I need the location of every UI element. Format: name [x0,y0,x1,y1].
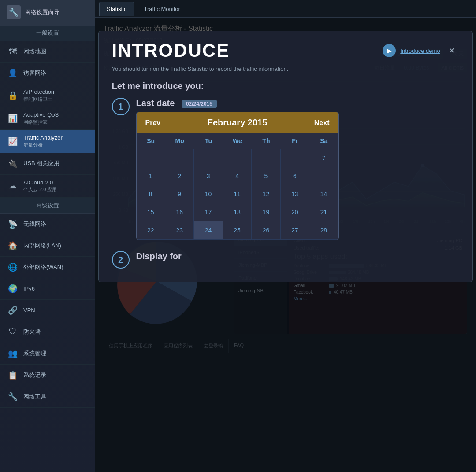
cal-day-3[interactable]: 3 [194,167,223,185]
sidebar-item-adaptive-qos[interactable]: 📊 Adaptive QoS 网络监控家 [0,107,95,130]
cal-day-14[interactable]: 14 [309,185,338,203]
sidebar-item-nettool[interactable]: 🔧 网络工具 [0,386,95,408]
sidebar-item-sysadmin[interactable]: 👥 系统管理 [0,343,95,365]
cal-day-empty-4 [252,149,280,167]
cal-day-19[interactable]: 19 [252,203,280,221]
cal-day-16[interactable]: 16 [165,203,194,221]
tab-bar: Statistic Traffic Monitor [95,0,476,18]
cal-day-23[interactable]: 23 [165,221,194,240]
sidebar-item-lan[interactable]: 🏠 内部网络(LAN) [0,235,95,257]
cal-day-27[interactable]: 27 [281,221,309,240]
general-settings-label: 一般设置 [0,25,95,41]
sidebar-item-sysadmin-label: 系统管理 [23,350,46,358]
sidebar-item-usb-apps[interactable]: 🔌 USB 相关应用 [0,153,95,175]
cal-day-28[interactable]: 28 [309,221,338,240]
sidebar-item-wireless[interactable]: 📡 无线网络 [0,214,95,235]
firewall-icon: 🛡 [7,326,19,338]
cal-day-empty-2 [194,149,223,167]
cal-day-17[interactable]: 17 [194,203,223,221]
sidebar-item-aicloud[interactable]: ☁ AiCloud 2.0 个人云 2.0 应用 [0,175,95,198]
sidebar-item-vpn[interactable]: 🔗 VPN [0,300,95,321]
cal-day-24[interactable]: 24 [194,221,223,240]
step-1-title: Last date 02/24/2015 [136,98,459,108]
cal-day-26[interactable]: 26 [252,221,280,240]
sidebar-item-nettool-label: 网络工具 [23,393,46,401]
let-me-text: Let me introduce you: [112,81,459,91]
sidebar-item-traffic-analyzer[interactable]: 📈 Traffic Analyzer 流量分析 [0,130,95,153]
ipv6-icon: 🌍 [7,283,19,295]
main-content: Statistic Traffic Monitor Traffic Analyz… [95,0,476,472]
overlay: INTRODUCE ▶ Introduce demo × You should … [95,18,476,472]
sidebar: 🔧 网络设置向导 一般设置 🗺 网络地图 👤 访客网络 🔒 AiProtecti… [0,0,95,472]
cal-day-7[interactable]: 7 [309,149,338,167]
cal-day-empty-0 [137,149,165,167]
sidebar-item-network-map[interactable]: 🗺 网络地图 [0,41,95,63]
sidebar-item-usb-label: USB 相关应用 [23,160,60,166]
calendar: Prev February 2015 Next Su Mo Tu We Th [136,112,339,240]
sidebar-item-wan-label: 外部网络(WAN) [23,263,63,271]
step-1-date-badge[interactable]: 02/24/2015 [182,100,217,108]
traffic-analyzer-icon: 📈 [7,135,19,148]
sidebar-item-guest-network[interactable]: 👤 访客网络 [0,63,95,84]
sidebar-header[interactable]: 🔧 网络设置向导 [0,0,95,25]
sidebar-item-wireless-label: 无线网络 [23,220,46,228]
sidebar-item-syslog-label: 系统记录 [23,371,46,379]
cal-day-15[interactable]: 15 [137,203,165,221]
sidebar-item-vpn-label: VPN [23,307,35,313]
cal-day-9[interactable]: 9 [165,185,194,203]
step-2-content: Display for [136,251,459,265]
sysadmin-icon: 👥 [7,347,19,360]
sidebar-item-guest-label: 访客网络 [23,70,46,76]
calendar-month-year: February 2015 [208,118,268,128]
calendar-header: Prev February 2015 Next [137,112,338,133]
cal-day-4[interactable]: 4 [223,167,252,185]
close-button[interactable]: × [445,43,459,59]
cal-day-empty-3 [223,149,252,167]
calendar-grid: Su Mo Tu We Th Fr Sa [137,133,338,240]
cal-day-1[interactable]: 1 [137,167,165,185]
play-button[interactable]: ▶ [383,44,396,57]
sidebar-item-qos-sub: 网络监控家 [23,119,59,125]
intro-right: ▶ Introduce demo × [383,43,459,59]
cal-header-su: Su [137,133,165,149]
sidebar-item-aicloud-label: AiCloud 2.0 [23,179,57,187]
sidebar-item-network-map-label: 网络地图 [23,48,46,55]
sidebar-item-firewall[interactable]: 🛡 防火墙 [0,321,95,343]
calendar-prev-button[interactable]: Prev [145,119,161,127]
sidebar-item-syslog[interactable]: 📋 系统记录 [0,365,95,386]
cal-day-13[interactable]: 13 [281,185,309,203]
cal-day-6[interactable]: 6 [281,167,309,185]
sidebar-item-firewall-label: 防火墙 [23,328,41,336]
content-area: Traffic Analyzer 流量分析 - Statistic 统计最终日:… [95,18,476,472]
sidebar-item-ipv6-label: IPv6 [23,285,35,292]
cal-day-22[interactable]: 22 [137,221,165,240]
sidebar-item-ipv6[interactable]: 🌍 IPv6 [0,278,95,300]
sidebar-item-aiprotection[interactable]: 🔒 AiProtection 智能网络卫士 [0,84,95,107]
calendar-next-button[interactable]: Next [314,119,330,127]
usb-apps-icon: 🔌 [7,158,19,170]
cal-day-18[interactable]: 18 [223,203,252,221]
cal-day-2[interactable]: 2 [165,167,194,185]
cal-day-25[interactable]: 25 [223,221,252,240]
cal-day-11[interactable]: 11 [223,185,252,203]
cal-day-5[interactable]: 5 [252,167,280,185]
adaptive-qos-icon: 📊 [7,112,19,125]
cal-day-20[interactable]: 20 [281,203,309,221]
cal-header-fr: Fr [281,133,309,149]
tab-statistic[interactable]: Statistic [99,2,134,16]
introduce-demo-link[interactable]: Introduce demo [400,48,440,54]
sidebar-item-qos-label: Adaptive QoS [23,111,59,119]
introduce-subtitle: You should turn on the Traffic Statistic… [112,66,459,72]
sidebar-item-wan[interactable]: 🌐 外部网络(WAN) [0,257,95,278]
advanced-settings-label: 高级设置 [0,198,95,214]
cal-day-12[interactable]: 12 [252,185,280,203]
tab-traffic-monitor[interactable]: Traffic Monitor [137,2,188,16]
play-icon: ▶ [387,47,392,54]
sidebar-item-lan-label: 内部网络(LAN) [23,242,61,250]
cal-day-21[interactable]: 21 [309,203,338,221]
aiprotection-icon: 🔒 [7,89,19,102]
sidebar-item-aicloud-sub: 个人云 2.0 应用 [23,186,57,192]
syslog-icon: 📋 [7,369,19,381]
cal-day-8[interactable]: 8 [137,185,165,203]
cal-day-10[interactable]: 10 [194,185,223,203]
